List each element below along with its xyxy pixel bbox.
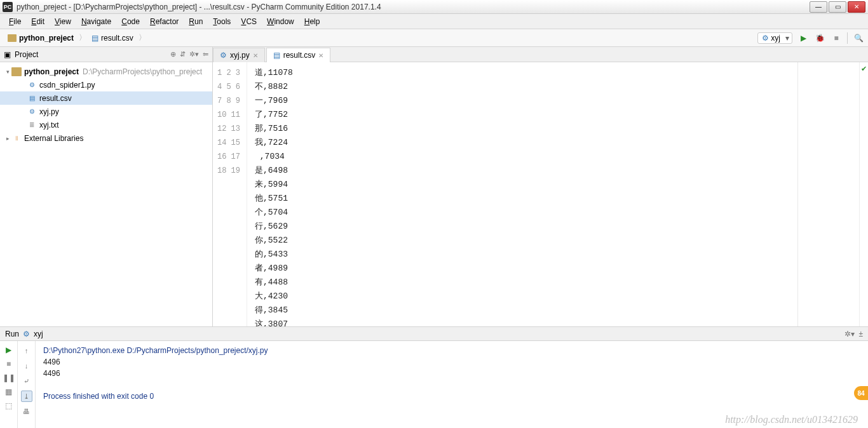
tree-item-result-csv[interactable]: ▤result.csv <box>0 91 212 105</box>
app-icon: PC <box>3 2 13 12</box>
maximize-button[interactable]: ▭ <box>829 1 846 13</box>
fold-icon <box>11 67 22 76</box>
main-split: ▣ Project ⊕ ⇵ ✲▾ ⥢ ▾python_prejectD:\Pyc… <box>0 47 868 326</box>
tree-item-csdn_spider1-py[interactable]: ⚙csdn_spider1.py <box>0 78 212 91</box>
breadcrumb-file-label: result.csv <box>101 34 133 43</box>
project-header: ▣ Project ⊕ ⇵ ✲▾ ⥢ <box>0 47 212 62</box>
debug-button[interactable]: 🐞 <box>814 32 825 44</box>
editor-pane: ⚙xyj.py✕▤result.csv✕ 1 2 3 4 5 6 7 8 9 1… <box>213 47 868 326</box>
nav-breadcrumb-bar: python_preject 〉 ▤ result.csv 〉 ⚙ xyj ▶ … <box>0 29 868 47</box>
csv-icon: ▤ <box>273 51 280 60</box>
menu-navigate[interactable]: Navigate <box>76 16 116 27</box>
breadcrumb-file[interactable]: ▤ result.csv <box>88 32 137 44</box>
run-button[interactable]: ▶ <box>797 32 809 44</box>
editor-tab-xyj-py[interactable]: ⚙xyj.py✕ <box>213 48 265 62</box>
run-center-toolbar: ↑ ↓ ⤶ ⤓ 🖶 <box>18 341 36 428</box>
tree-item-xyj-txt[interactable]: ≣xyj.txt <box>0 118 212 131</box>
run-settings-button[interactable]: ✲▾ <box>844 330 855 338</box>
tree-root[interactable]: ▾python_prejectD:\PycharmProjects\python… <box>0 65 212 78</box>
python-icon: ⚙ <box>23 330 30 338</box>
breadcrumb-sep: 〉 <box>137 32 147 43</box>
editor-tab-result-csv[interactable]: ▤result.csv✕ <box>266 48 331 62</box>
menu-view[interactable]: View <box>50 16 76 27</box>
window-buttons: — ▭ ✕ <box>810 1 865 13</box>
markers-gutter: ✔ <box>859 62 868 326</box>
project-scope-button[interactable]: ⊕ <box>170 50 176 58</box>
rerun-button[interactable]: ▶ <box>4 345 14 355</box>
run-header-title: Run <box>5 330 19 338</box>
folder-icon <box>8 34 17 42</box>
tree-external-libraries[interactable]: ▸⫴External Libraries <box>0 131 212 145</box>
stop-button[interactable]: ■ <box>831 32 842 44</box>
close-tab-icon[interactable]: ✕ <box>253 52 258 59</box>
project-settings-button[interactable]: ✲▾ <box>189 50 199 58</box>
scroll-down-button[interactable]: ↓ <box>21 360 32 371</box>
lib-icon: ⫴ <box>11 134 22 143</box>
csv-icon: ▤ <box>27 94 37 103</box>
inspections-ok-icon: ✔ <box>861 65 867 73</box>
window-title: python_preject - [D:\PycharmProjects\pyt… <box>17 3 810 11</box>
tree-item-xyj-py[interactable]: ⚙xyj.py <box>0 105 212 118</box>
run-tool-window: Run ⚙ xyj ✲▾ ± ▶ ■ ❚❚ ▦ ⬚ ↑ ↓ ⤶ ⤓ 🖶 D:\P… <box>0 326 868 428</box>
close-tab-icon[interactable]: ✕ <box>318 52 323 59</box>
csv-icon: ▤ <box>92 34 98 43</box>
gutter: 1 2 3 4 5 6 7 8 9 10 11 12 13 14 15 16 1… <box>213 62 247 326</box>
editor[interactable]: 1 2 3 4 5 6 7 8 9 10 11 12 13 14 15 16 1… <box>213 62 868 326</box>
menu-tools[interactable]: Tools <box>208 16 236 27</box>
menu-window[interactable]: Window <box>262 16 299 27</box>
menu-file[interactable]: File <box>4 16 26 27</box>
run-header: Run ⚙ xyj ✲▾ ± <box>0 327 868 341</box>
run-config-selector[interactable]: ⚙ xyj <box>757 32 792 44</box>
breadcrumb-root-label: python_preject <box>19 34 74 43</box>
menu-refactor[interactable]: Refactor <box>145 16 184 27</box>
py-icon: ⚙ <box>27 81 37 90</box>
dump-threads-button[interactable]: ▦ <box>4 387 14 397</box>
scroll-up-button[interactable]: ↑ <box>21 345 32 356</box>
notification-badge[interactable]: 84 <box>854 386 868 400</box>
right-margin-line <box>797 62 798 326</box>
project-icon: ▣ <box>4 50 11 59</box>
run-header-config: xyj <box>34 330 841 338</box>
titlebar: PC python_preject - [D:\PycharmProjects\… <box>0 0 868 14</box>
menu-vcs[interactable]: VCS <box>236 16 262 27</box>
project-tree[interactable]: ▾python_prejectD:\PycharmProjects\python… <box>0 62 212 326</box>
close-button[interactable]: ✕ <box>848 1 865 13</box>
run-body: ▶ ■ ❚❚ ▦ ⬚ ↑ ↓ ⤶ ⤓ 🖶 D:\Python27\python.… <box>0 341 868 428</box>
print-button[interactable]: 🖶 <box>21 406 32 417</box>
project-tool-window: ▣ Project ⊕ ⇵ ✲▾ ⥢ ▾python_prejectD:\Pyc… <box>0 47 213 326</box>
minimize-button[interactable]: — <box>810 1 827 13</box>
stop-run-button[interactable]: ■ <box>4 359 14 369</box>
py-icon: ⚙ <box>220 51 227 60</box>
project-collapse-button[interactable]: ⇵ <box>180 50 186 58</box>
toolbar-divider <box>847 32 848 44</box>
menu-run[interactable]: Run <box>184 16 208 27</box>
editor-tabs: ⚙xyj.py✕▤result.csv✕ <box>213 47 868 62</box>
project-header-title: Project <box>15 50 166 59</box>
search-button[interactable]: 🔍 <box>853 32 864 44</box>
py-icon: ⚙ <box>27 107 37 116</box>
run-left-toolbar: ▶ ■ ❚❚ ▦ ⬚ <box>0 341 18 428</box>
code-area[interactable]: 道,11078 不,8882 一,7969 了,7752 那,7516 我,72… <box>247 62 859 326</box>
soft-wrap-button[interactable]: ⤶ <box>21 375 32 387</box>
project-hide-button[interactable]: ⥢ <box>203 50 208 58</box>
pause-button[interactable]: ❚❚ <box>4 373 14 383</box>
run-hide-button[interactable]: ± <box>858 330 863 338</box>
run-config-label: xyj <box>771 34 780 43</box>
nav-right-toolbar: ⚙ xyj ▶ 🐞 ■ 🔍 <box>757 32 864 44</box>
menu-code[interactable]: Code <box>116 16 145 27</box>
txt-icon: ≣ <box>27 121 37 130</box>
breadcrumb-root[interactable]: python_preject <box>4 32 78 44</box>
menubar: FileEditViewNavigateCodeRefactorRunTools… <box>0 14 868 29</box>
breadcrumb-sep: 〉 <box>78 32 88 43</box>
menu-edit[interactable]: Edit <box>26 16 50 27</box>
menu-help[interactable]: Help <box>299 16 325 27</box>
scroll-to-end-button[interactable]: ⤓ <box>21 391 32 402</box>
run-console[interactable]: D:\Python27\python.exe D:/PycharmProject… <box>36 341 868 428</box>
exit-button[interactable]: ⬚ <box>4 401 14 411</box>
